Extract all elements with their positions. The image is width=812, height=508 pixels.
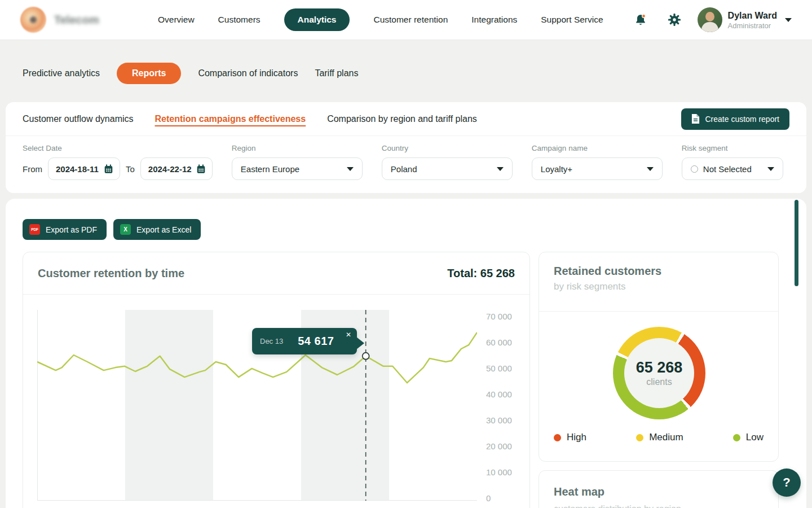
export-toolbar: PDF Export as PDF X Export as Excel xyxy=(23,219,201,240)
y-axis-tick: 30 000 xyxy=(486,415,512,425)
brand-name: Telecom xyxy=(54,14,99,27)
date-to-value: 2024-22-12 xyxy=(148,164,192,174)
legend-dot-low xyxy=(733,434,740,441)
legend-dot-high xyxy=(554,434,561,441)
avatar xyxy=(698,7,722,32)
filter-campaign: Campaign name Loyalty+ xyxy=(532,144,663,180)
campaign-select[interactable]: Loyalty+ xyxy=(532,157,663,180)
help-button[interactable]: ? xyxy=(773,468,801,497)
tab-retention-campaigns-effectiveness[interactable]: Retention campaigns effectiveness xyxy=(155,114,306,124)
chevron-down-icon xyxy=(647,167,654,171)
nav-analytics[interactable]: Analytics xyxy=(284,8,350,31)
top-actions: Dylan Ward Administrator xyxy=(630,7,792,32)
report-tabs: Customer outflow dynamics Retention camp… xyxy=(6,102,806,136)
filters-row: Select Date From 2024-18-11 To 2024-22-1… xyxy=(6,136,806,180)
user-role: Administrator xyxy=(728,21,777,30)
line-chart-title: Customer retention by time xyxy=(38,267,184,280)
chevron-down-icon xyxy=(785,18,792,22)
user-menu[interactable]: Dylan Ward Administrator xyxy=(698,7,792,32)
report-controls-card: Customer outflow dynamics Retention camp… xyxy=(6,102,806,193)
date-to-input[interactable]: 2024-22-12 xyxy=(140,157,213,180)
date-from-value: 2024-18-11 xyxy=(56,164,99,174)
brand-logo-icon xyxy=(20,7,46,33)
risk-segment-select[interactable]: Not Selected xyxy=(682,157,783,180)
filter-country: Country Poland xyxy=(382,144,513,180)
chart-tooltip: Dec 13 54 617 ✕ xyxy=(252,328,357,354)
donut-legend: High Medium Low xyxy=(539,432,778,443)
calendar-icon xyxy=(196,164,206,174)
filter-risk-label: Risk segment xyxy=(682,144,783,152)
legend-item-medium: Medium xyxy=(636,432,683,443)
region-value: Eastern Europe xyxy=(241,164,299,174)
heat-map-card: Heat map customers distribution by regio… xyxy=(539,470,779,508)
nav-overview[interactable]: Overview xyxy=(158,15,195,25)
tab-tariff-plans[interactable]: Tariff plans xyxy=(315,68,358,78)
y-axis-tick: 70 000 xyxy=(486,312,512,321)
filter-campaign-label: Campaign name xyxy=(532,144,663,152)
scrollbar-thumb[interactable] xyxy=(795,200,798,286)
country-value: Poland xyxy=(391,164,417,174)
donut-card-subtitle: by risk segments xyxy=(554,281,764,292)
line-chart-plot: Dec 13 54 617 ✕ xyxy=(37,310,477,501)
y-axis-tick: 10 000 xyxy=(486,467,512,477)
legend-item-high: High xyxy=(554,432,586,443)
export-excel-label: Export as Excel xyxy=(136,225,191,234)
donut-chart[interactable]: 65 268 clients xyxy=(613,327,705,419)
donut-center-label: clients xyxy=(646,377,672,387)
donut-card-title: Retained customers xyxy=(554,265,764,278)
tab-reports[interactable]: Reports xyxy=(117,63,181,84)
donut-center-value: 65 268 xyxy=(636,359,683,376)
notifications-bell-icon[interactable] xyxy=(630,9,651,30)
tab-customer-outflow-dynamics[interactable]: Customer outflow dynamics xyxy=(23,114,134,124)
report-content-card: PDF Export as PDF X Export as Excel Cust… xyxy=(6,199,806,508)
main-nav: Overview Customers Analytics Customer re… xyxy=(158,8,603,31)
date-from-input[interactable]: 2024-18-11 xyxy=(48,157,120,180)
nav-customers[interactable]: Customers xyxy=(218,15,261,25)
chevron-down-icon xyxy=(497,167,504,171)
page: Telecom Overview Customers Analytics Cus… xyxy=(0,0,812,508)
export-pdf-label: Export as PDF xyxy=(46,225,97,234)
user-name: Dylan Ward xyxy=(728,10,777,21)
calendar-icon xyxy=(104,164,113,174)
retention-line-chart-card: Customer retention by time Total: 65 268… xyxy=(23,252,530,508)
chevron-down-icon xyxy=(767,167,774,171)
filter-region-label: Region xyxy=(232,144,363,152)
heat-map-subtitle: customers distribution by region xyxy=(554,504,764,508)
tooltip-value: 54 617 xyxy=(298,335,334,348)
create-custom-report-label: Create custom report xyxy=(705,115,780,124)
tab-comparison-of-indicators[interactable]: Comparison of indicators xyxy=(198,68,298,78)
heat-map-title: Heat map xyxy=(554,485,764,498)
region-select[interactable]: Eastern Europe xyxy=(232,157,363,180)
risk-value: Not Selected xyxy=(703,164,752,174)
y-axis-tick: 40 000 xyxy=(486,389,512,399)
settings-gear-icon[interactable] xyxy=(664,9,685,30)
line-chart-total: Total: 65 268 xyxy=(447,267,515,280)
top-bar: Telecom Overview Customers Analytics Cus… xyxy=(0,0,812,40)
tab-comparison-by-region[interactable]: Comparison by region and tariff plans xyxy=(327,114,477,124)
legend-dot-medium xyxy=(636,434,643,441)
tooltip-close-icon[interactable]: ✕ xyxy=(346,331,351,339)
export-pdf-button[interactable]: PDF Export as PDF xyxy=(23,219,107,240)
pdf-icon: PDF xyxy=(29,224,40,235)
analytics-section-tabs: Predictive analytics Reports Comparison … xyxy=(23,63,358,84)
retained-customers-card: Retained customers by risk segments 65 2… xyxy=(539,252,779,462)
legend-item-low: Low xyxy=(733,432,764,443)
y-axis-tick: 60 000 xyxy=(486,338,512,347)
tooltip-date: Dec 13 xyxy=(260,337,283,345)
country-select[interactable]: Poland xyxy=(382,157,513,180)
chevron-down-icon xyxy=(347,167,354,171)
filter-region: Region Eastern Europe xyxy=(232,144,363,180)
export-excel-button[interactable]: X Export as Excel xyxy=(113,219,201,240)
filter-date-label: Select Date xyxy=(23,144,213,152)
nav-support-service[interactable]: Support Service xyxy=(541,15,603,25)
radio-unselected-icon xyxy=(691,165,698,173)
create-custom-report-button[interactable]: Create custom report xyxy=(681,108,790,130)
tab-predictive-analytics[interactable]: Predictive analytics xyxy=(23,68,100,78)
nav-customer-retention[interactable]: Customer retention xyxy=(373,15,448,25)
brand: Telecom xyxy=(20,7,145,33)
filter-date: Select Date From 2024-18-11 To 2024-22-1… xyxy=(23,144,213,180)
y-axis-tick: 0 xyxy=(486,493,491,503)
excel-icon: X xyxy=(120,224,131,235)
nav-integrations[interactable]: Integrations xyxy=(471,15,517,25)
y-axis-tick: 50 000 xyxy=(486,364,512,373)
